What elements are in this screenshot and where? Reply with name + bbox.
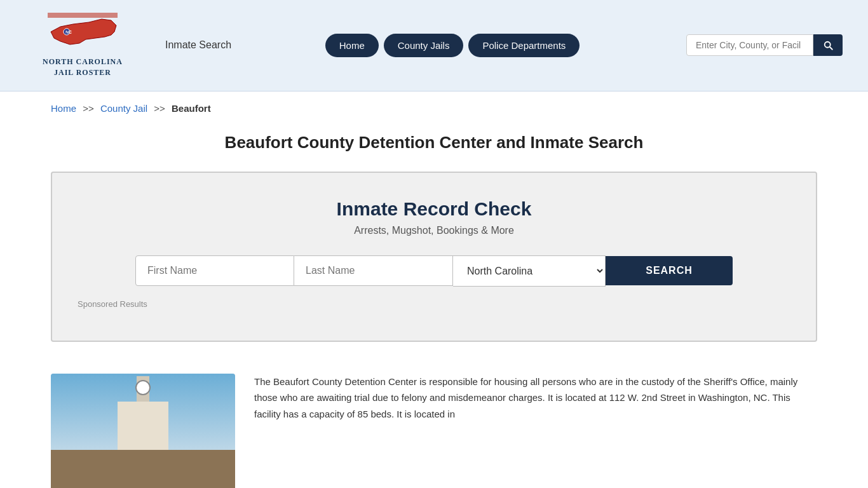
- svg-rect-4: [48, 13, 118, 18]
- nav-county-jails-button[interactable]: County Jails: [384, 34, 464, 57]
- page-title-area: Beaufort County Detention Center and Inm…: [0, 120, 868, 172]
- facility-image: [51, 374, 235, 488]
- last-name-input[interactable]: [294, 255, 453, 286]
- header-search-area: [686, 34, 843, 56]
- search-submit-button[interactable]: SEARCH: [606, 256, 733, 285]
- breadcrumb-sep-2: >>: [154, 103, 165, 114]
- nav-police-departments-button[interactable]: Police Departments: [468, 34, 580, 57]
- clock-decoration: [135, 380, 151, 395]
- nav-home-button[interactable]: Home: [325, 34, 379, 57]
- building-decoration: [118, 402, 168, 452]
- ground-decoration: [51, 450, 235, 488]
- record-check-title: Inmate Record Check: [78, 198, 790, 220]
- record-check-subtitle: Arrests, Mugshot, Bookings & More: [78, 225, 790, 236]
- header-search-input[interactable]: [686, 34, 813, 56]
- search-icon: [822, 39, 834, 51]
- header-search-button[interactable]: [813, 34, 843, 56]
- logo-area: NC NORTH CAROLINA JAIL ROSTER: [25, 13, 140, 78]
- breadcrumb: Home >> County Jail >> Beaufort: [0, 92, 868, 120]
- bottom-content: The Beaufort County Detention Center is …: [0, 361, 868, 488]
- svg-text:NC: NC: [65, 30, 72, 34]
- breadcrumb-home-link[interactable]: Home: [51, 103, 76, 114]
- site-header: NC NORTH CAROLINA JAIL ROSTER Inmate Sea…: [0, 0, 868, 92]
- breadcrumb-county-jail-link[interactable]: County Jail: [100, 103, 147, 114]
- nc-map-logo: NC: [48, 13, 118, 54]
- state-select[interactable]: North CarolinaAlabamaAlaskaArizonaArkans…: [453, 255, 606, 287]
- inmate-search-link[interactable]: Inmate Search: [165, 39, 231, 51]
- facility-description: The Beaufort County Detention Center is …: [254, 374, 817, 423]
- breadcrumb-current: Beaufort: [172, 103, 211, 114]
- sponsored-results-label: Sponsored Results: [78, 299, 790, 309]
- main-nav: Home County Jails Police Departments: [325, 34, 580, 57]
- page-title: Beaufort County Detention Center and Inm…: [25, 133, 843, 152]
- inmate-search-form: North CarolinaAlabamaAlaskaArizonaArkans…: [78, 255, 790, 287]
- first-name-input[interactable]: [135, 255, 294, 286]
- logo-text: NORTH CAROLINA JAIL ROSTER: [43, 57, 123, 78]
- breadcrumb-sep-1: >>: [83, 103, 94, 114]
- record-check-box: Inmate Record Check Arrests, Mugshot, Bo…: [51, 172, 817, 342]
